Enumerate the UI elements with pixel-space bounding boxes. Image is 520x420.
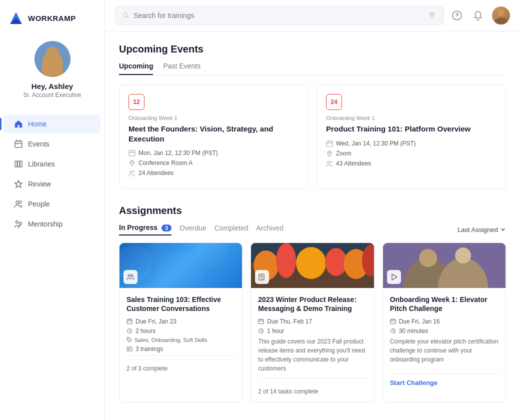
search-bar[interactable] (115, 6, 444, 25)
card-pattern-1 (120, 243, 242, 284)
events-grid: 12 Onboarding Week 1 Meet the Founders: … (119, 84, 506, 189)
search-icon (122, 12, 130, 19)
events-tabs: Upcoming Past Events (119, 62, 506, 76)
event-sub-1: Onboarding Week 1 (128, 115, 299, 121)
sidebar-item-home-label: Home (28, 120, 46, 128)
sidebar-item-people-label: People (28, 200, 50, 208)
topbar (105, 0, 520, 32)
assignments-grid: Sales Training 103: Effective Customer C… (119, 242, 506, 402)
people-illustration (383, 243, 506, 288)
assign-card-title-1: Sales Training 103: Effective Customer C… (126, 295, 235, 313)
sidebar-item-review[interactable]: Review (4, 174, 100, 194)
notification-icon[interactable] (471, 8, 485, 22)
svg-rect-7 (18, 161, 20, 167)
assign-due-1: Due Fri, Jan 23 (126, 318, 235, 325)
assign-trainings-1: 3 trainings (126, 346, 235, 352)
svg-rect-74 (390, 320, 396, 324)
divider-3 (390, 369, 498, 370)
svg-rect-49 (127, 347, 132, 351)
assign-card-img-2 (251, 243, 374, 288)
assign-card-1[interactable]: Sales Training 103: Effective Customer C… (119, 242, 242, 402)
due-icon-3 (390, 318, 396, 324)
user-greeting: Hey, Ashley (32, 82, 73, 90)
tab-past-events[interactable]: Past Events (163, 62, 200, 75)
svg-rect-2 (15, 141, 22, 148)
home-icon (14, 120, 23, 128)
assign-card-3[interactable]: Onboarding Week 1: Elevator Pitch Challe… (382, 242, 506, 402)
assign-tab-overdue[interactable]: Overdue (180, 224, 206, 235)
sidebar-item-events[interactable]: Events (4, 134, 100, 154)
svg-point-27 (131, 162, 133, 164)
event-datetime-2: Wed, Jan 14, 12:30 PM (PST) (326, 140, 496, 147)
sidebar-item-people[interactable]: People (4, 194, 100, 214)
book-icon (258, 273, 266, 281)
location-icon-1 (128, 160, 136, 166)
content-area: Upcoming Events Upcoming Past Events 12 … (105, 32, 520, 414)
event-title-2: Product Training 101: Platform Overview (326, 124, 496, 134)
calendar-icon-2 (326, 140, 333, 147)
assign-card-title-2: 2023 Winter Product Release: Messaging &… (258, 295, 366, 313)
event-attendees-2: 43 Attendees (326, 160, 496, 167)
sidebar-item-libraries-label: Libraries (28, 160, 55, 168)
sidebar-item-mentorship-label: Mentorship (28, 220, 62, 228)
svg-marker-9 (15, 180, 22, 188)
event-date-badge-2: 24 (326, 94, 342, 110)
svg-marker-73 (392, 274, 397, 280)
svg-point-12 (16, 221, 18, 224)
group-icon (126, 273, 134, 281)
assign-tab-in-progress[interactable]: In Progress 3 (119, 224, 172, 236)
clock-icon-3 (390, 328, 396, 334)
avatar (34, 41, 70, 77)
event-card-2[interactable]: 24 Onboarding Week 1 Product Training 10… (316, 84, 506, 189)
assign-duration-3: 30 minutes (390, 328, 498, 334)
svg-point-13 (20, 222, 22, 225)
event-card-1[interactable]: 12 Onboarding Week 1 Meet the Founders: … (119, 84, 308, 189)
assign-due-3: Due Fri, Jan 16 (390, 318, 498, 325)
assign-card-2[interactable]: 2023 Winter Product Release: Messaging &… (250, 242, 374, 402)
filter-icon[interactable] (428, 11, 436, 20)
assign-card-title-3: Onboarding Week 1: Elevator Pitch Challe… (390, 295, 498, 313)
svg-point-28 (130, 171, 132, 173)
card-badge-1 (124, 270, 138, 284)
assign-tab-archived[interactable]: Archived (256, 224, 283, 235)
svg-point-34 (328, 152, 330, 154)
divider-2 (258, 378, 366, 378)
user-title: Sr. Account Executive (23, 92, 81, 98)
search-input[interactable] (134, 12, 424, 20)
help-icon[interactable] (450, 8, 464, 22)
attendees-icon-1 (128, 170, 136, 176)
svg-point-48 (128, 338, 129, 340)
tab-upcoming[interactable]: Upcoming (119, 62, 153, 75)
user-avatar-topbar[interactable] (492, 6, 510, 24)
svg-point-29 (133, 171, 134, 172)
assign-tab-completed[interactable]: Completed (214, 224, 248, 235)
review-icon (14, 180, 23, 188)
people-icon (14, 200, 23, 208)
assignments-title: Assignments (119, 205, 506, 216)
assignments-header: In Progress 3 Overdue Completed Archived… (119, 224, 506, 236)
assign-progress-1: 2 of 3 complete (126, 360, 235, 372)
assign-card-img-3 (383, 243, 506, 288)
play-icon (390, 273, 398, 281)
svg-rect-6 (15, 161, 17, 167)
assignments-tabs: In Progress 3 Overdue Completed Archived (119, 224, 284, 236)
sidebar-item-review-label: Review (28, 180, 51, 188)
event-title-1: Meet the Founders: Vision, Strategy, and… (128, 124, 299, 144)
assign-progress-2: 2 of 14 tasks complete (258, 382, 366, 395)
assign-card-img-1 (120, 243, 242, 288)
sidebar-item-home[interactable]: Home (4, 114, 100, 134)
assignments-section: Assignments In Progress 3 Overdue Comple… (119, 205, 506, 402)
sidebar-item-libraries[interactable]: Libraries (4, 154, 100, 174)
last-assigned-sort[interactable]: Last Assigned (458, 226, 506, 234)
event-location-2: Zoom (326, 150, 496, 157)
upcoming-events-section: Upcoming Events Upcoming Past Events 12 … (119, 44, 506, 189)
event-location-1: Conference Room A (128, 160, 299, 166)
svg-point-42 (131, 274, 133, 276)
sidebar-item-mentorship[interactable]: Mentorship (4, 214, 100, 234)
chevron-down-icon (500, 226, 506, 232)
events-icon (14, 140, 23, 148)
svg-point-11 (20, 201, 22, 204)
svg-point-21 (498, 9, 504, 16)
workramp-logo-icon (8, 10, 24, 26)
forest-illustration (251, 243, 374, 288)
